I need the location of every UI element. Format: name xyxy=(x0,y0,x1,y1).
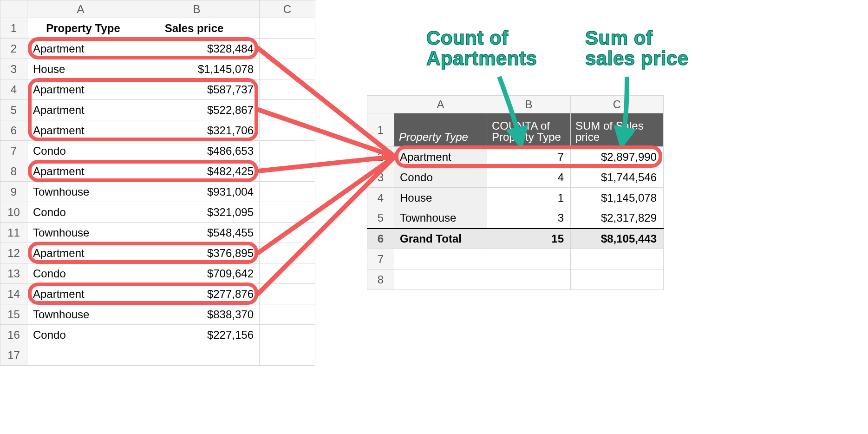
row-header[interactable]: 16 xyxy=(0,325,27,345)
row-header[interactable]: 7 xyxy=(367,249,394,270)
cell-property-type[interactable]: Apartment xyxy=(27,39,134,59)
cell-sales-price[interactable]: $227,156 xyxy=(134,325,260,345)
pivot-grand-total-label[interactable]: Grand Total xyxy=(394,229,487,249)
col-header-A[interactable]: A xyxy=(27,0,134,18)
cell-sales-price[interactable] xyxy=(134,345,260,366)
pivot-sum-field[interactable]: SUM of Sales price xyxy=(571,113,664,147)
pivot-row-label[interactable]: Apartment xyxy=(394,147,487,167)
cell-sales-price[interactable]: $931,004 xyxy=(134,182,260,202)
cell[interactable] xyxy=(260,263,315,284)
cell-property-type[interactable]: Condo xyxy=(27,325,134,345)
row-header[interactable]: 6 xyxy=(0,120,27,141)
cell-property-type[interactable]: Townhouse xyxy=(27,223,134,243)
pivot-grand-count[interactable]: 15 xyxy=(487,229,571,249)
row-header[interactable]: 1 xyxy=(0,18,27,39)
cell[interactable] xyxy=(487,249,571,270)
pivot-sum-value[interactable]: $2,317,829 xyxy=(571,208,664,229)
row-header[interactable]: 12 xyxy=(0,243,27,263)
row-header[interactable]: 13 xyxy=(0,263,27,284)
cell-sales-price[interactable]: $482,425 xyxy=(134,161,260,182)
cell-sales-price[interactable]: $376,895 xyxy=(134,243,260,263)
cell-property-type[interactable]: Apartment xyxy=(27,79,134,100)
cell[interactable] xyxy=(260,284,315,304)
cell[interactable] xyxy=(260,304,315,325)
pivot-sum-value[interactable]: $1,744,546 xyxy=(571,167,664,188)
cell[interactable] xyxy=(571,249,664,270)
cell-property-type[interactable] xyxy=(27,345,134,366)
cell[interactable] xyxy=(260,18,315,39)
cell[interactable] xyxy=(260,202,315,223)
cell-sales-price[interactable]: $548,455 xyxy=(134,223,260,243)
cell-sales-price[interactable]: $486,653 xyxy=(134,141,260,161)
row-header[interactable]: 5 xyxy=(0,100,27,120)
pivot-row-field[interactable]: Property Type xyxy=(394,113,487,147)
row-header[interactable]: 6 xyxy=(367,229,394,249)
cell-sales-price[interactable]: $1,145,078 xyxy=(134,59,260,79)
col-header-C[interactable]: C xyxy=(571,96,664,113)
cell-property-type[interactable]: Apartment xyxy=(27,243,134,263)
row-header[interactable]: 9 xyxy=(0,182,27,202)
pivot-count-value[interactable]: 4 xyxy=(487,167,571,188)
cell-property-type[interactable]: Condo xyxy=(27,141,134,161)
select-all-corner[interactable] xyxy=(0,0,27,18)
cell-sales-price[interactable]: $328,484 xyxy=(134,39,260,59)
row-header[interactable]: 2 xyxy=(0,39,27,59)
row-header[interactable]: 7 xyxy=(0,141,27,161)
cell-property-type[interactable]: House xyxy=(27,59,134,79)
row-header[interactable]: 17 xyxy=(0,345,27,366)
cell[interactable] xyxy=(260,243,315,263)
row-header[interactable]: 8 xyxy=(367,270,394,290)
pivot-grand-sum[interactable]: $8,105,443 xyxy=(571,229,664,249)
cell-sales-price[interactable]: $587,737 xyxy=(134,79,260,100)
row-header[interactable]: 4 xyxy=(0,79,27,100)
pivot-sum-value[interactable]: $1,145,078 xyxy=(571,188,664,208)
cell-property-type[interactable]: Townhouse xyxy=(27,182,134,202)
pivot-row-label[interactable]: House xyxy=(394,188,487,208)
cell-property-type[interactable]: Apartment xyxy=(27,120,134,141)
row-header[interactable]: 5 xyxy=(367,208,394,229)
pivot-count-value[interactable]: 1 xyxy=(487,188,571,208)
pivot-count-field[interactable]: COUNTA of Property Type xyxy=(487,113,571,147)
pivot-count-value[interactable]: 7 xyxy=(487,147,571,167)
cell[interactable] xyxy=(260,345,315,366)
cell-property-type[interactable]: Condo xyxy=(27,202,134,223)
pivot-row-label[interactable]: Townhouse xyxy=(394,208,487,229)
cell[interactable] xyxy=(260,39,315,59)
col-header-A[interactable]: A xyxy=(394,96,487,113)
cell-property-type[interactable]: Townhouse xyxy=(27,304,134,325)
row-header[interactable]: 15 xyxy=(0,304,27,325)
row-header[interactable]: 11 xyxy=(0,223,27,243)
cell[interactable] xyxy=(260,141,315,161)
row-header[interactable]: 2 xyxy=(367,147,394,167)
header-sales-price[interactable]: Sales price xyxy=(134,18,260,39)
cell-sales-price[interactable]: $321,095 xyxy=(134,202,260,223)
cell[interactable] xyxy=(260,325,315,345)
row-header[interactable]: 8 xyxy=(0,161,27,182)
pivot-sum-value[interactable]: $2,897,990 xyxy=(571,147,664,167)
cell[interactable] xyxy=(260,223,315,243)
row-header[interactable]: 10 xyxy=(0,202,27,223)
row-header[interactable]: 1 xyxy=(367,113,394,147)
cell[interactable] xyxy=(260,120,315,141)
cell[interactable] xyxy=(487,270,571,290)
pivot-count-value[interactable]: 3 xyxy=(487,208,571,229)
cell-property-type[interactable]: Apartment xyxy=(27,284,134,304)
cell[interactable] xyxy=(394,249,487,270)
select-all-corner[interactable] xyxy=(367,96,394,113)
cell-sales-price[interactable]: $321,706 xyxy=(134,120,260,141)
row-header[interactable]: 4 xyxy=(367,188,394,208)
header-property-type[interactable]: Property Type xyxy=(27,18,134,39)
cell[interactable] xyxy=(260,182,315,202)
cell-sales-price[interactable]: $522,867 xyxy=(134,100,260,120)
cell[interactable] xyxy=(394,270,487,290)
cell-sales-price[interactable]: $277,876 xyxy=(134,284,260,304)
col-header-B[interactable]: B xyxy=(134,0,260,18)
cell[interactable] xyxy=(260,100,315,120)
col-header-B[interactable]: B xyxy=(487,96,571,113)
row-header[interactable]: 14 xyxy=(0,284,27,304)
col-header-C[interactable]: C xyxy=(260,0,315,18)
cell-property-type[interactable]: Apartment xyxy=(27,100,134,120)
cell-sales-price[interactable]: $709,642 xyxy=(134,263,260,284)
cell[interactable] xyxy=(260,161,315,182)
cell-property-type[interactable]: Condo xyxy=(27,263,134,284)
